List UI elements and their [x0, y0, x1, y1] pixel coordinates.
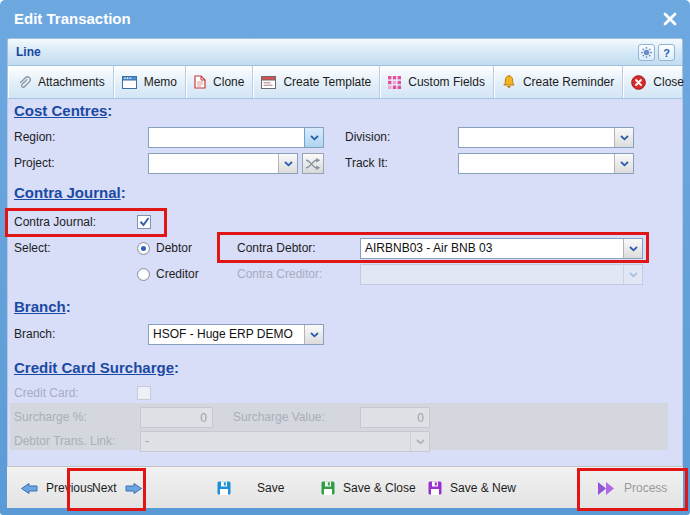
region-label: Region: — [14, 127, 55, 148]
chevron-down-icon — [623, 239, 642, 258]
attachments-button[interactable]: Attachments — [8, 66, 114, 98]
next-button[interactable]: Next — [92, 467, 143, 509]
memo-icon — [122, 76, 137, 89]
dialog-titlebar: Edit Transaction — [0, 0, 690, 38]
contra-journal-heading: Contra Journal: — [14, 184, 126, 201]
contra-journal-label: Contra Journal: — [14, 212, 96, 233]
division-dropdown[interactable] — [458, 127, 634, 148]
create-template-label: Create Template — [283, 75, 371, 89]
next-arrow-icon — [125, 482, 143, 495]
custom-fields-button[interactable]: Custom Fields — [380, 66, 494, 98]
radio-dot — [141, 246, 146, 251]
create-template-button[interactable]: Create Template — [253, 66, 380, 98]
save-and-close-button[interactable]: Save & Close — [321, 467, 416, 509]
close-button[interactable]: Close — [623, 66, 690, 98]
memo-button[interactable]: Memo — [114, 66, 186, 98]
branch-heading: Branch: — [14, 298, 71, 315]
save-and-new-button[interactable]: Save & New — [428, 467, 516, 509]
save-new-floppy-purple-icon — [428, 481, 442, 495]
creditor-radio[interactable] — [137, 268, 150, 281]
reminder-bell-icon — [502, 75, 516, 90]
dialog-title: Edit Transaction — [14, 10, 131, 27]
region-dropdown[interactable] — [148, 127, 324, 148]
previous-label: Previous — [46, 481, 93, 495]
attachments-label: Attachments — [38, 75, 105, 89]
track-it-label: Track It: — [345, 153, 388, 174]
chevron-down-icon — [304, 325, 323, 344]
gear-icon — [641, 47, 652, 58]
save-and-close-label: Save & Close — [343, 481, 416, 495]
process-button: Process — [597, 467, 667, 509]
dialog-toolbar: Attachments Memo Clone Create Template C… — [7, 66, 683, 99]
create-reminder-label: Create Reminder — [523, 75, 614, 89]
debtor-radio[interactable] — [137, 242, 150, 255]
chevron-down-icon — [410, 432, 429, 451]
credit-card-label: Credit Card: — [14, 383, 79, 404]
checkmark-icon — [139, 217, 150, 227]
shuffle-icon — [305, 158, 321, 170]
save-floppy-blue-icon — [217, 481, 231, 495]
chevron-down-icon — [304, 128, 323, 147]
edit-transaction-dialog: Edit Transaction Line ? Attachments Memo… — [0, 0, 690, 515]
save-and-new-label: Save & New — [450, 481, 516, 495]
settings-gear-button[interactable] — [638, 44, 655, 61]
surcharge-value-input — [360, 407, 430, 428]
group-title: Line — [16, 45, 41, 59]
surcharge-value-label: Surcharge Value: — [233, 407, 325, 428]
debtor-radio-label: Debtor — [156, 238, 192, 259]
previous-button[interactable]: Previous — [20, 467, 93, 509]
attachments-paperclip-icon — [16, 75, 31, 90]
chevron-down-icon — [278, 154, 297, 173]
surcharge-pct-input — [140, 407, 213, 428]
window-close-icon[interactable] — [662, 11, 678, 27]
contra-journal-checkbox[interactable] — [137, 215, 151, 229]
process-double-chevron-icon — [597, 482, 616, 495]
memo-label: Memo — [144, 75, 177, 89]
help-question-icon: ? — [663, 47, 670, 59]
custom-fields-label: Custom Fields — [408, 75, 485, 89]
previous-arrow-icon — [20, 482, 38, 495]
track-it-dropdown[interactable] — [458, 153, 634, 174]
contra-debtor-label: Contra Debtor: — [237, 238, 316, 259]
division-label: Division: — [345, 127, 390, 148]
credit-card-surcharge-heading: Credit Card Surcharge: — [14, 359, 179, 376]
create-reminder-button[interactable]: Create Reminder — [494, 66, 623, 98]
clone-button[interactable]: Clone — [186, 66, 253, 98]
branch-dropdown[interactable]: HSOF - Huge ERP DEMO — [148, 324, 324, 345]
save-button[interactable]: Save — [217, 467, 284, 509]
line-group-header: Line ? — [7, 38, 683, 66]
process-label: Process — [624, 481, 667, 495]
custom-fields-icon — [388, 76, 401, 89]
save-close-floppy-green-icon — [321, 481, 335, 495]
creditor-radio-label: Creditor — [156, 264, 199, 285]
debtor-trans-link-label: Debtor Trans. Link: — [14, 431, 115, 452]
clone-icon — [194, 75, 206, 89]
branch-label: Branch: — [14, 324, 55, 345]
chevron-down-icon — [623, 265, 642, 284]
contra-creditor-dropdown — [360, 264, 643, 285]
project-label: Project: — [14, 153, 55, 174]
chevron-down-icon — [614, 154, 633, 173]
close-red-circle-icon — [631, 75, 646, 90]
project-dropdown[interactable] — [148, 153, 298, 174]
clone-label: Clone — [213, 75, 244, 89]
chevron-down-icon — [614, 128, 633, 147]
close-x-glyph — [662, 11, 678, 27]
contra-debtor-dropdown[interactable]: AIRBNB03 - Air BNB 03 — [360, 238, 643, 259]
create-template-icon — [261, 76, 276, 89]
select-label: Select: — [14, 238, 51, 259]
dialog-footer: Previous Next Save Save & Close Save & N… — [7, 466, 683, 508]
debtor-trans-link-dropdown: - — [140, 431, 430, 452]
cost-centres-heading: Cost Centres: — [14, 102, 112, 119]
help-button[interactable]: ? — [658, 44, 675, 61]
contra-creditor-label: Contra Creditor: — [237, 264, 322, 285]
credit-card-checkbox — [137, 386, 151, 400]
surcharge-pct-label: Surcharge %: — [14, 407, 87, 428]
save-label: Save — [257, 481, 284, 495]
next-label: Next — [92, 481, 117, 495]
project-allocate-button[interactable] — [302, 153, 324, 174]
close-label: Close — [653, 75, 684, 89]
